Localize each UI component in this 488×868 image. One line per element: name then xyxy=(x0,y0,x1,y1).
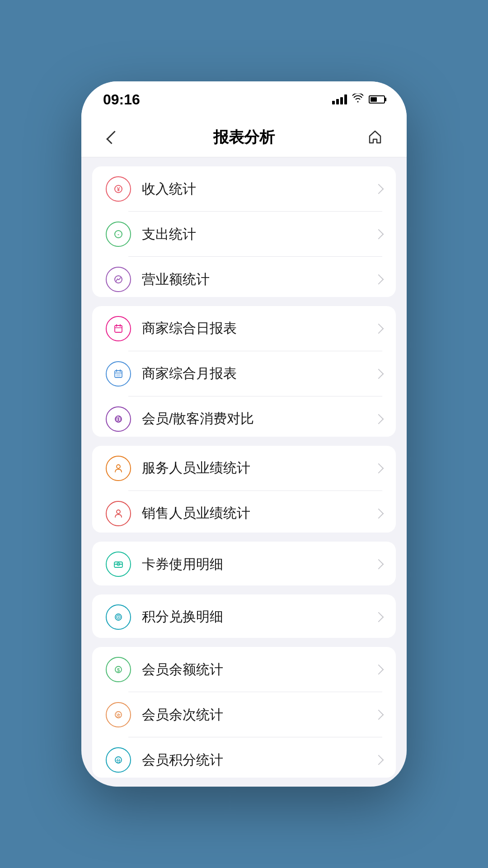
member-balance-label: 会员余额统计 xyxy=(142,660,375,679)
card-detail-icon xyxy=(106,552,131,577)
member-compare-icon xyxy=(106,406,131,432)
expense-icon: - xyxy=(106,222,131,247)
svg-rect-15 xyxy=(116,418,118,421)
menu-item-monthly[interactable]: 商家综合月报表 xyxy=(92,351,396,396)
menu-group-5: 积分兑换明细 xyxy=(92,594,396,638)
expense-label: 支出统计 xyxy=(142,225,375,244)
svg-rect-5 xyxy=(115,326,122,332)
menu-item-member-balance[interactable]: $ 会员余额统计 xyxy=(92,647,396,692)
turnover-label: 营业额统计 xyxy=(142,270,375,289)
svg-point-18 xyxy=(117,510,120,514)
points-detail-label: 积分兑换明细 xyxy=(142,608,375,626)
menu-item-service-staff[interactable]: 服务人员业绩统计 xyxy=(92,446,396,491)
status-time: 09:16 xyxy=(103,91,140,108)
menu-item-member-times[interactable]: 次 会员余次统计 xyxy=(92,692,396,737)
income-icon: ¥ xyxy=(106,176,131,202)
menu-group-2: 商家综合日报表 商家综合月报表 xyxy=(92,306,396,437)
income-label: 收入统计 xyxy=(142,180,375,198)
menu-item-sales-staff[interactable]: 销售人员业绩统计 xyxy=(92,491,396,533)
svg-text:次: 次 xyxy=(116,713,121,718)
member-points-label: 会员积分统计 xyxy=(142,751,375,769)
arrow-icon xyxy=(374,229,384,240)
menu-item-points-detail[interactable]: 积分兑换明细 xyxy=(92,594,396,638)
card-detail-label: 卡券使用明细 xyxy=(142,555,375,574)
page-title: 报表分析 xyxy=(213,127,275,148)
sales-staff-label: 销售人员业绩统计 xyxy=(142,504,375,523)
signal-icon xyxy=(332,94,347,104)
phone-frame: 09:16 报表分析 xyxy=(81,81,407,787)
arrow-icon xyxy=(374,369,384,379)
status-bar: 09:16 xyxy=(81,81,407,118)
arrow-icon xyxy=(374,509,384,519)
home-icon xyxy=(367,129,383,146)
svg-text:$: $ xyxy=(117,667,120,673)
service-staff-label: 服务人员业绩统计 xyxy=(142,459,375,477)
menu-item-card-detail[interactable]: 卡券使用明细 xyxy=(92,542,396,585)
svg-text:¥: ¥ xyxy=(117,186,120,193)
menu-item-member-points[interactable]: 分 会员积分统计 xyxy=(92,737,396,778)
member-times-icon: 次 xyxy=(106,702,131,727)
arrow-icon xyxy=(374,274,384,285)
member-times-label: 会员余次统计 xyxy=(142,706,375,724)
service-staff-icon xyxy=(106,456,131,481)
svg-point-24 xyxy=(118,616,119,618)
wifi-icon xyxy=(352,94,363,105)
menu-item-daily[interactable]: 商家综合日报表 xyxy=(92,306,396,351)
arrow-icon xyxy=(374,710,384,720)
nav-bar: 报表分析 xyxy=(81,118,407,157)
arrow-icon xyxy=(374,665,384,675)
content-area: ¥ 收入统计 - 支出统计 xyxy=(81,157,407,787)
turnover-icon xyxy=(106,267,131,292)
daily-label: 商家综合日报表 xyxy=(142,319,375,338)
menu-group-3: 服务人员业绩统计 销售人员业绩统计 xyxy=(92,446,396,533)
menu-item-income[interactable]: ¥ 收入统计 xyxy=(92,166,396,212)
arrow-icon xyxy=(374,324,384,334)
arrow-icon xyxy=(374,755,384,765)
daily-icon xyxy=(106,316,131,341)
svg-text:-: - xyxy=(117,231,119,238)
svg-text:分: 分 xyxy=(116,758,121,763)
arrow-icon xyxy=(374,414,384,425)
arrow-icon xyxy=(374,184,384,194)
member-points-icon: 分 xyxy=(106,747,131,773)
menu-group-1: ¥ 收入统计 - 支出统计 xyxy=(92,166,396,297)
svg-rect-13 xyxy=(116,374,121,377)
points-detail-icon xyxy=(106,604,131,630)
monthly-icon xyxy=(106,361,131,387)
arrow-icon xyxy=(374,612,384,622)
status-icons xyxy=(332,94,385,105)
back-button[interactable] xyxy=(99,124,127,151)
monthly-label: 商家综合月报表 xyxy=(142,364,375,383)
menu-group-4: 卡券使用明细 xyxy=(92,542,396,585)
menu-item-expense[interactable]: - 支出统计 xyxy=(92,212,396,257)
menu-item-turnover[interactable]: 营业额统计 xyxy=(92,257,396,297)
sales-staff-icon xyxy=(106,501,131,526)
menu-item-member-compare[interactable]: 会员/散客消费对比 xyxy=(92,396,396,437)
arrow-icon xyxy=(374,559,384,570)
home-button[interactable] xyxy=(361,124,389,151)
svg-rect-16 xyxy=(119,417,121,421)
menu-group-6: $ 会员余额统计 次 会员余次统计 xyxy=(92,647,396,778)
battery-icon xyxy=(369,95,385,104)
member-compare-label: 会员/散客消费对比 xyxy=(142,410,375,428)
arrow-icon xyxy=(374,463,384,474)
svg-point-17 xyxy=(117,465,120,468)
back-arrow-icon xyxy=(106,131,120,144)
member-balance-icon: $ xyxy=(106,657,131,682)
